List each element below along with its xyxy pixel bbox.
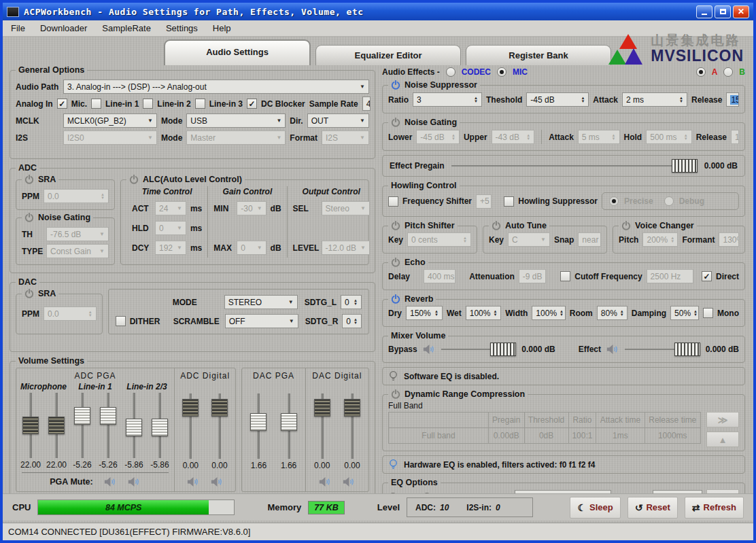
tab-equalizer-editor[interactable]: Equalizer Editor (315, 45, 461, 65)
power-icon[interactable] (391, 258, 400, 267)
mclk-dir-select[interactable]: OUT (307, 113, 369, 128)
ns-release-spinner[interactable]: 150 ms (726, 92, 739, 107)
volume-slider[interactable]: 0.00 (309, 393, 335, 470)
volume-slider[interactable]: 0.00 (177, 393, 203, 470)
speaker-icon[interactable] (343, 477, 356, 487)
power-icon[interactable] (492, 221, 501, 230)
reverb-room-spinner[interactable]: 80% (597, 306, 628, 320)
power-icon[interactable] (391, 221, 400, 230)
ns-threshold-spinner[interactable]: -45 dB (526, 92, 589, 107)
sample-rate-select[interactable]: 48000 Hz (362, 97, 371, 111)
volume-slider[interactable]: 22.00 (44, 393, 69, 470)
volume-slider[interactable]: -5.26 (95, 393, 121, 470)
speaker-icon[interactable] (606, 345, 619, 354)
volume-slider[interactable]: 0.00 (339, 393, 365, 470)
reverb-wet-spinner[interactable]: 100% (466, 306, 501, 320)
reverb-dry-spinner[interactable]: 150% (406, 306, 443, 320)
volume-slider[interactable]: -5.86 (121, 393, 147, 470)
mclk-mode-select[interactable]: USB (186, 113, 286, 128)
reverb-damping-spinner[interactable]: 50% (670, 306, 699, 320)
line-in2-checkbox[interactable] (143, 99, 153, 109)
reverb-width-spinner[interactable]: 100% (532, 306, 565, 320)
slider-thumb[interactable] (152, 419, 168, 436)
slider-thumb[interactable] (100, 407, 116, 425)
slider-thumb[interactable] (250, 413, 267, 431)
line-in1-checkbox[interactable] (91, 99, 101, 109)
close-button[interactable]: ✕ (733, 5, 749, 18)
power-icon[interactable] (391, 389, 400, 399)
effect-pregain-slider[interactable] (451, 159, 698, 173)
speaker-icon[interactable] (104, 477, 117, 487)
dither-checkbox[interactable] (116, 316, 126, 326)
sdtg-l-spinner[interactable]: 0 (341, 295, 362, 309)
power-icon[interactable] (391, 294, 400, 304)
audio-path-select[interactable]: 3. Analog-in ---> (DSP) ---> Analog-out (63, 80, 369, 94)
volume-slider[interactable]: -5.26 (69, 393, 95, 470)
slider-thumb[interactable] (490, 343, 516, 356)
speaker-icon[interactable] (319, 477, 332, 487)
minimize-button[interactable] (696, 5, 712, 18)
volume-slider[interactable]: 1.66 (245, 393, 271, 470)
dac-mode-select[interactable]: STEREO (224, 295, 298, 309)
tab-register-bank[interactable]: Register Bank (466, 45, 611, 65)
refresh-button[interactable]: ⇄Refresh (685, 497, 744, 519)
slider-thumb[interactable] (674, 343, 700, 356)
power-icon[interactable] (24, 289, 34, 298)
slider-thumb[interactable] (182, 399, 199, 417)
frequency-shifter-checkbox[interactable] (388, 196, 398, 207)
power-icon[interactable] (391, 118, 400, 127)
maximize-button[interactable] (715, 5, 731, 18)
howling-suppressor-checkbox[interactable] (504, 196, 514, 207)
codec-radio[interactable] (446, 67, 456, 77)
power-icon[interactable] (24, 175, 34, 184)
tab-audio-settings[interactable]: Audio Settings (164, 39, 311, 65)
speaker-icon[interactable] (187, 477, 200, 487)
profile-b-radio[interactable] (723, 67, 733, 77)
mclk-select[interactable]: MCLK0(GP_B2) (63, 113, 157, 128)
menu-help[interactable]: Help (213, 23, 231, 33)
mic-checkbox[interactable] (57, 99, 67, 109)
speaker-icon[interactable] (423, 345, 436, 354)
power-icon[interactable] (24, 213, 34, 222)
cutoff-frequency-checkbox[interactable] (560, 271, 570, 281)
profile-a-radio[interactable] (696, 67, 706, 77)
slider-thumb[interactable] (281, 413, 297, 431)
effect-volume-slider[interactable] (625, 343, 700, 356)
ns-attack-spinner[interactable]: 2 ms (622, 92, 687, 107)
mono-checkbox[interactable] (703, 308, 713, 318)
slider-thumb[interactable] (126, 419, 142, 436)
volume-slider[interactable]: 0.00 (207, 393, 233, 470)
speaker-icon[interactable] (128, 477, 141, 487)
slider-thumb[interactable] (48, 417, 65, 434)
bypass-volume-slider[interactable] (441, 343, 517, 356)
volume-slider[interactable]: 22.00 (18, 393, 44, 470)
menu-samplerate[interactable]: SampleRate (102, 23, 151, 33)
volume-slider[interactable]: -5.86 (147, 393, 173, 470)
menu-settings[interactable]: Settings (166, 23, 198, 33)
drc-table-row[interactable]: Full band0.00dB0dB100:11ms1000ms (389, 428, 701, 444)
power-icon[interactable] (391, 80, 400, 90)
sdtg-r-spinner[interactable]: 0 (342, 314, 362, 328)
slider-thumb[interactable] (672, 159, 698, 173)
slider-thumb[interactable] (344, 399, 360, 417)
drc-expand-button[interactable]: ≫ (706, 412, 739, 427)
mic-radio[interactable] (497, 67, 506, 77)
dc-blocker-checkbox[interactable] (247, 99, 257, 109)
direct-checkbox[interactable] (702, 271, 712, 281)
sleep-button[interactable]: ☾Sleep (570, 497, 620, 519)
slider-thumb[interactable] (314, 399, 330, 417)
menu-downloader[interactable]: Downloader (40, 23, 87, 33)
slider-thumb[interactable] (22, 417, 39, 434)
ns-ratio-spinner[interactable]: 3 (413, 92, 482, 107)
volume-slider[interactable]: 1.66 (276, 393, 302, 470)
speaker-icon[interactable] (211, 477, 224, 487)
scramble-select[interactable]: OFF (225, 314, 298, 328)
menu-file[interactable]: File (11, 23, 25, 33)
reset-button[interactable]: ↺Reset (628, 497, 678, 519)
power-icon[interactable] (621, 221, 631, 230)
line-in3-checkbox[interactable] (195, 99, 205, 109)
slider-thumb[interactable] (74, 407, 90, 425)
drc-up-button[interactable]: ▴ (706, 432, 739, 447)
slider-thumb[interactable] (211, 399, 228, 417)
power-icon[interactable] (129, 175, 139, 184)
